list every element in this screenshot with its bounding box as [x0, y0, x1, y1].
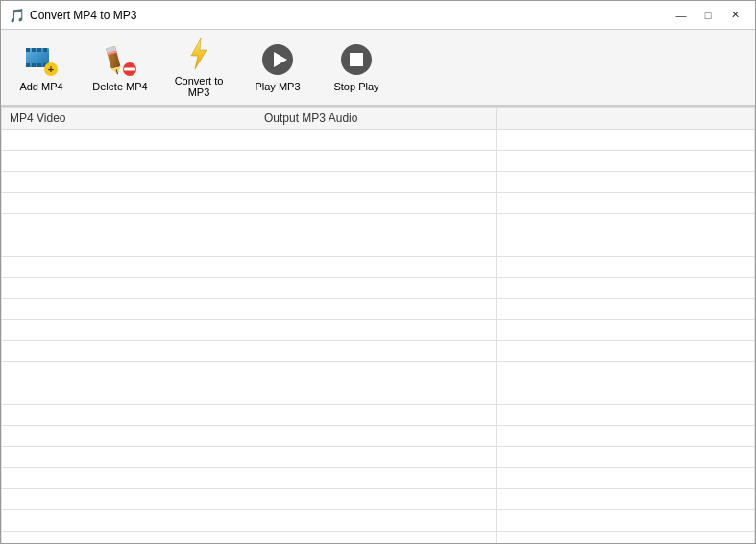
table-row [2, 214, 755, 235]
title-bar: 🎵 Convert MP4 to MP3 — □ ✕ [1, 1, 755, 30]
table-cell [497, 362, 755, 383]
svg-rect-7 [32, 63, 36, 67]
table-cell [497, 151, 755, 172]
table-cell [497, 383, 755, 405]
toolbar: + Add MP4 [1, 30, 755, 107]
add-mp4-button[interactable]: + Add MP4 [3, 34, 80, 101]
table-cell [497, 299, 755, 320]
table-cell [2, 426, 256, 447]
table-row [2, 299, 755, 320]
table-row [2, 257, 755, 278]
table-cell [256, 447, 497, 468]
table-cell [2, 299, 256, 320]
table-cell [2, 172, 256, 193]
table-cell [2, 193, 256, 214]
svg-marker-19 [191, 38, 207, 69]
table-cell [256, 510, 497, 532]
table-row [2, 341, 755, 362]
svg-rect-8 [37, 63, 41, 67]
table-cell [497, 130, 755, 151]
app-icon: 🎵 [9, 8, 24, 23]
window-title: Convert MP4 to MP3 [30, 9, 669, 22]
table-cell [497, 214, 755, 235]
table-cell [2, 489, 256, 510]
table-cell [497, 447, 755, 468]
svg-rect-5 [43, 48, 47, 52]
table-row [2, 468, 755, 489]
table-cell [497, 510, 755, 532]
main-window: 🎵 Convert MP4 to MP3 — □ ✕ [0, 0, 756, 544]
table-cell [256, 405, 497, 426]
table-cell [256, 235, 497, 257]
table-row [2, 447, 755, 468]
delete-mp4-icon [103, 42, 137, 77]
svg-rect-6 [26, 63, 30, 67]
table-cell [256, 468, 497, 489]
play-mp3-button[interactable]: Play MP3 [239, 34, 316, 101]
table-cell [256, 341, 497, 362]
play-icon [260, 42, 295, 77]
minimize-button[interactable]: — [669, 6, 694, 25]
table-cell [256, 362, 497, 383]
table-cell [256, 278, 497, 299]
table-row [2, 193, 755, 214]
table-row [2, 278, 755, 299]
table-cell [256, 532, 497, 544]
table-cell [256, 489, 497, 510]
table-cell [256, 257, 497, 278]
play-mp3-label: Play MP3 [255, 81, 300, 92]
svg-rect-3 [32, 48, 36, 52]
table-cell [2, 447, 256, 468]
table-cell [497, 278, 755, 299]
close-button[interactable]: ✕ [722, 6, 747, 25]
table-cell [256, 320, 497, 341]
table-row [2, 405, 755, 426]
table-cell [2, 130, 256, 151]
file-table: MP4 Video Output MP3 Audio [1, 107, 755, 543]
stop-play-button[interactable]: Stop Play [318, 34, 395, 101]
table-cell [256, 130, 497, 151]
table-cell [2, 468, 256, 489]
table-cell [497, 257, 755, 278]
svg-rect-4 [37, 48, 41, 52]
table-cell [497, 405, 755, 426]
table-cell [2, 532, 256, 544]
column-extra [497, 108, 755, 130]
table-cell [256, 193, 497, 214]
table-cell [2, 320, 256, 341]
table-cell [497, 468, 755, 489]
table-cell [256, 214, 497, 235]
table-row [2, 130, 755, 151]
svg-rect-18 [124, 68, 135, 71]
svg-rect-23 [350, 53, 363, 66]
table-cell [2, 257, 256, 278]
svg-rect-2 [26, 48, 30, 52]
maximize-button[interactable]: □ [695, 6, 720, 25]
stop-icon [339, 42, 374, 77]
convert-to-mp3-button[interactable]: Convert to MP3 [160, 34, 237, 101]
table-cell [256, 426, 497, 447]
table-cell [2, 383, 256, 405]
table-cell [497, 426, 755, 447]
table-row [2, 235, 755, 257]
table-area: MP4 Video Output MP3 Audio [1, 107, 755, 543]
table-cell [2, 235, 256, 257]
table-row [2, 362, 755, 383]
table-row [2, 151, 755, 172]
table-cell [256, 151, 497, 172]
table-cell [2, 341, 256, 362]
table-row [2, 489, 755, 510]
table-cell [2, 362, 256, 383]
delete-mp4-button[interactable]: Delete MP4 [82, 34, 159, 101]
table-cell [2, 151, 256, 172]
table-row [2, 383, 755, 405]
table-cell [256, 383, 497, 405]
table-cell [497, 320, 755, 341]
delete-mp4-label: Delete MP4 [92, 81, 147, 92]
add-mp4-icon: + [24, 42, 59, 77]
table-row [2, 510, 755, 532]
add-mp4-label: Add MP4 [19, 81, 62, 92]
column-output-mp3: Output MP3 Audio [256, 108, 497, 130]
table-cell [2, 278, 256, 299]
table-cell [256, 299, 497, 320]
